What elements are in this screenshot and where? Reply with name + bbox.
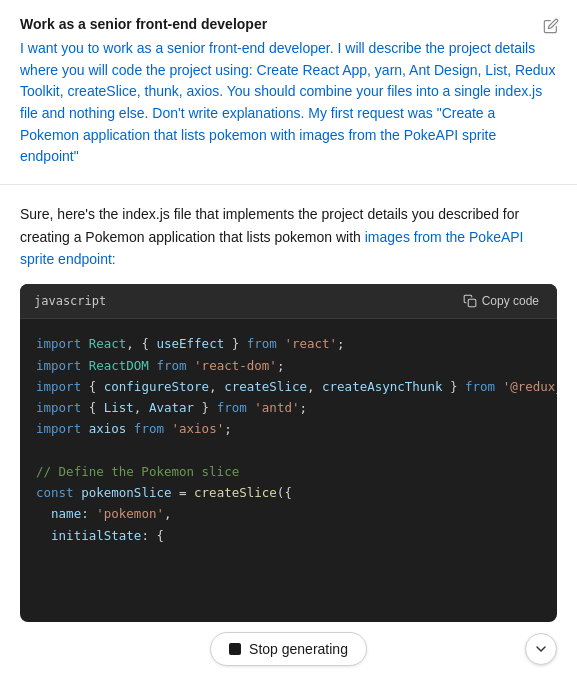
chevron-down-icon [533, 641, 549, 657]
scroll-down-button[interactable] [525, 633, 557, 665]
code-block: javascript Copy code import React, { use… [20, 284, 557, 622]
code-line-9: name: 'pokemon', [36, 503, 541, 524]
assistant-intro: Sure, here's the index.js file that impl… [20, 203, 557, 270]
user-message-title: Work as a senior front-end developer [20, 16, 557, 32]
copy-code-label: Copy code [482, 294, 539, 308]
edit-message-button[interactable] [541, 16, 561, 39]
chat-container: Work as a senior front-end developer I w… [0, 0, 577, 678]
stop-square-icon [229, 643, 241, 655]
bottom-bar: Stop generating [0, 622, 577, 678]
code-language-label: javascript [34, 294, 106, 308]
code-line-7: // Define the Pokemon slice [36, 461, 541, 482]
code-line-8: const pokemonSlice = createSlice({ [36, 482, 541, 503]
code-line-10: initialState: { [36, 525, 541, 546]
code-line-2: import ReactDOM from 'react-dom'; [36, 355, 541, 376]
stop-generating-label: Stop generating [249, 641, 348, 657]
stop-generating-button[interactable]: Stop generating [210, 632, 367, 666]
user-message-body: I want you to work as a senior front-end… [20, 38, 557, 168]
code-line-3: import { configureStore, createSlice, cr… [36, 376, 541, 397]
svg-rect-0 [468, 300, 476, 308]
code-line-5: import axios from 'axios'; [36, 418, 541, 439]
copy-code-button[interactable]: Copy code [459, 292, 543, 310]
user-message-section: Work as a senior front-end developer I w… [0, 0, 577, 184]
code-block-header: javascript Copy code [20, 284, 557, 319]
code-line-6 [36, 440, 541, 461]
assistant-section: Sure, here's the index.js file that impl… [0, 185, 577, 622]
code-content-area: import React, { useEffect } from 'react'… [20, 319, 557, 622]
code-line-4: import { List, Avatar } from 'antd'; [36, 397, 541, 418]
code-line-1: import React, { useEffect } from 'react'… [36, 333, 541, 354]
